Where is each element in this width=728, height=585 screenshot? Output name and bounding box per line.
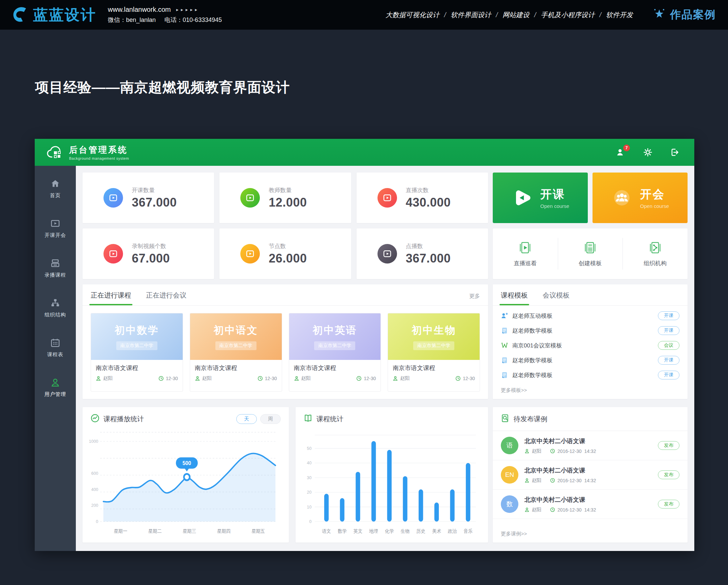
svg-text:30: 30 (307, 475, 312, 480)
page-title: 项目经验——南京超燃视频教育界面设计 (35, 78, 290, 97)
top-nav: 大数据可视化设计/软件界面设计/网站建设/手机及小程序设计/软件开发 (386, 10, 633, 20)
svg-text:星期二: 星期二 (148, 528, 162, 534)
course-stats-panel: 课程统计 01020304050语文数学英文地理化学生物历史美术政治音乐 (295, 407, 488, 542)
course-card[interactable]: 初中生物 南京市第二中学 南京市语文课程 赵阳 12-30 (388, 313, 480, 392)
sidebar-item-home[interactable]: 首页 (50, 179, 61, 199)
logo-text: 蓝蓝设计 (33, 5, 96, 25)
open-course-pill-button[interactable]: 开课 (658, 326, 679, 335)
svg-text:地理: 地理 (369, 528, 378, 534)
nav-item[interactable]: 大数据可视化设计 (386, 10, 440, 20)
quick-actions-panel: 直播巡看创建模板组织机构 (493, 229, 687, 279)
meeting-icon (501, 342, 508, 349)
sidebar-item-calendar[interactable]: 课程表 (47, 338, 63, 358)
nav-item[interactable]: 手机及小程序设计 (541, 10, 595, 20)
right-column: 开课 Open course 开会 Open course 直播巡看创建模板组织… (493, 172, 687, 544)
play-stats-panel: 课程播放统计 天周 10006004002000星期一星期二星期三星期四星期五5… (83, 407, 289, 542)
meeting-pill-button[interactable]: 会议 (658, 341, 679, 350)
sidebar-item-label: 组织结构 (45, 312, 66, 318)
open-meeting-button[interactable]: 开会 Open course (593, 172, 687, 223)
course-banner: 初中语文 南京市第二中学 (190, 313, 282, 360)
big-button-label: 开会 (640, 187, 665, 202)
course-banner: 初中数学 南京市第二中学 (91, 313, 183, 360)
course-time: 12-30 (166, 376, 178, 381)
toggle-day[interactable]: 天 (236, 414, 257, 424)
publish-pill-button[interactable]: 发布 (658, 471, 679, 479)
teacher-name: 赵阳 (202, 375, 212, 381)
more-courses-link[interactable]: 更多课例>> (493, 529, 687, 542)
open-course-pill-button[interactable]: 开课 (658, 371, 679, 379)
bar-chart: 01020304050语文数学英文地理化学生物历史美术政治音乐 (295, 426, 488, 542)
open-course-pill-button[interactable]: 开课 (658, 311, 679, 320)
more-templates-link[interactable]: 更多模板>> (493, 386, 687, 399)
pending-datetime: 2016-12-30 14:32 (557, 507, 596, 512)
templates-tabs: 课程模板会议模板 (493, 285, 687, 305)
svg-text:1000: 1000 (89, 438, 98, 444)
stat-label: 直播次数 (406, 186, 451, 194)
quick-action-qa-doc[interactable]: 创建模板 (558, 229, 623, 279)
book-icon (304, 414, 312, 424)
qa-play-icon (518, 240, 532, 255)
course-card[interactable]: 初中数学 南京市第二中学 南京市语文课程 赵阳 12-30 (91, 313, 183, 392)
tab-2[interactable]: 会议模板 (543, 291, 570, 305)
more-link[interactable]: 更多 (469, 293, 480, 305)
nav-item[interactable]: 软件界面设计 (451, 10, 491, 20)
stat-value: 367.000 (132, 195, 177, 210)
quick-action-qa-play[interactable]: 直播巡看 (493, 229, 558, 279)
user-add-icon (501, 312, 508, 319)
cases-link[interactable]: 作品案例 (652, 7, 716, 22)
settings-gear-icon[interactable] (643, 148, 652, 157)
dashboard-header: 后台管理系统 Background management system 7 (35, 139, 694, 166)
portfolio-icon (652, 7, 667, 22)
course-subject: 初中生物 (412, 323, 456, 337)
course-subject: 初中语文 (214, 323, 258, 337)
sidebar-item-user[interactable]: 用户管理 (45, 377, 66, 398)
dashboard-subtitle: Background management system (69, 156, 129, 160)
pending-title: 待发布课例 (514, 415, 547, 424)
header-actions: 7 (616, 148, 684, 157)
quick-action-qa-org[interactable]: 组织机构 (623, 229, 687, 279)
sidebar: 首页开课开会录播课程组织结构课程表用户管理 (35, 166, 76, 551)
svg-text:20: 20 (307, 489, 312, 495)
video-play-icon (103, 188, 123, 208)
stat-value: 430.000 (406, 195, 451, 210)
dashboard-title: 后台管理系统 (69, 144, 129, 155)
toggle-week[interactable]: 周 (260, 414, 281, 424)
pending-courses-panel: 待发布课例 语 北京中关村二小语文课 赵阳 2016-12-30 14:32 发… (493, 407, 687, 542)
nav-item[interactable]: 软件开发 (606, 10, 633, 20)
stat-card: 直播次数 430.000 (357, 172, 488, 223)
template-list: 赵老师互动模板 开课赵老师数学模板 开课南京001会议室模板 会议赵老师数学模板… (493, 305, 687, 386)
lanlan-logo[interactable]: 蓝蓝设计 (10, 5, 96, 25)
trend-icon (91, 414, 99, 424)
page: 蓝蓝设计 www.lanlanwork.com ►►►►► 微信：ben_lan… (0, 0, 728, 585)
nav-separator: / (599, 11, 601, 19)
pending-course-row: 语 北京中关村二小语文课 赵阳 2016-12-30 14:32 发布 (493, 431, 687, 460)
user-notifications-button[interactable]: 7 (616, 148, 626, 157)
open-course-pill-button[interactable]: 开课 (658, 356, 679, 365)
stat-card: 开课数量 367.000 (83, 172, 214, 223)
big-button-sublabel: Open course (540, 203, 569, 209)
sidebar-item-video[interactable]: 开课开会 (45, 218, 66, 239)
publish-pill-button[interactable]: 发布 (658, 441, 679, 450)
stat-value: 67.000 (132, 251, 170, 266)
teacher-icon (294, 376, 299, 381)
tab-1[interactable]: 正在进行课程 (91, 291, 131, 305)
doc-icon (501, 371, 508, 379)
tab-2[interactable]: 正在进行会议 (146, 291, 186, 305)
course-cards: 初中数学 南京市第二中学 南京市语文课程 赵阳 12-30 初中语文 南京市第二… (83, 305, 488, 399)
sidebar-item-org[interactable]: 组织结构 (45, 298, 66, 318)
publish-pill-button[interactable]: 发布 (658, 500, 679, 508)
course-time: 12-30 (463, 376, 475, 381)
svg-text:英文: 英文 (354, 528, 363, 534)
play-blob-icon (511, 187, 533, 209)
sidebar-item-archive[interactable]: 录播课程 (45, 258, 66, 278)
templates-panel: 课程模板会议模板 赵老师互动模板 开课赵老师数学模板 开课南京001会议室模板 … (493, 285, 687, 399)
course-card[interactable]: 初中语文 南京市第二中学 南京市语文课程 赵阳 12-30 (190, 313, 282, 392)
video-play-icon (240, 188, 260, 208)
nav-item[interactable]: 网站建设 (502, 10, 529, 20)
logout-icon[interactable] (670, 148, 679, 157)
course-card[interactable]: 初中英语 南京市第二中学 南京市语文课程 赵阳 12-30 (289, 313, 381, 392)
pending-datetime: 2016-12-30 14:32 (557, 449, 596, 454)
open-course-button[interactable]: 开课 Open course (493, 172, 588, 223)
website-link[interactable]: www.lanlanwork.com (108, 6, 171, 14)
tab-1[interactable]: 课程模板 (501, 291, 528, 305)
